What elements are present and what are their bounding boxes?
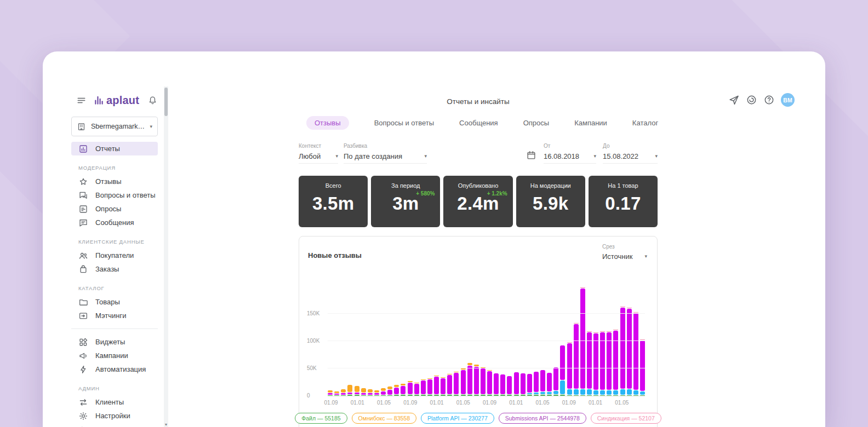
sidebar-item-qa[interactable]: Вопросы и ответы [71,188,158,202]
sidebar-item-campaign[interactable]: Кампании [71,349,158,362]
sidebar-item-label: Настройки [95,412,130,420]
calendar-icon[interactable] [526,150,536,160]
orders-icon [78,264,88,274]
voice-assistant-icon[interactable] [746,94,757,106]
bar [427,378,432,396]
legend-chip[interactable]: Синдикация — 52107 [591,413,661,424]
avatar[interactable]: BM [781,93,795,107]
bar-segment [328,393,333,395]
bar [521,373,526,396]
tab-3[interactable]: Опросы [523,116,549,130]
bar-segment [481,368,486,394]
bar [408,381,413,396]
legend-chip[interactable]: Файл — 55185 [295,413,347,424]
bar-segment [361,388,366,393]
x-axis-label: 01.09 [403,400,417,406]
bar-segment [547,373,552,391]
bar-segment [553,367,558,390]
chart-plot [328,286,645,396]
tab-2[interactable]: Сообщения [459,116,498,130]
bar [454,372,459,396]
context-select[interactable]: Любой ▾ [299,152,338,164]
bar [507,376,512,396]
date-to-select[interactable]: 15.08.2022 ▾ [603,152,658,164]
bell-icon[interactable] [147,95,158,106]
x-axis-labels: 01.0901.0101.0501.0901.0101.0501.0901.01… [328,400,645,407]
bar-segment [447,375,452,394]
bar-segment [633,312,638,313]
tab-1[interactable]: Вопросы и ответы [374,116,434,130]
slice-select[interactable]: Источник ▾ [602,252,647,261]
bar-segment [461,370,466,394]
tab-0[interactable]: Отзывы [306,116,349,130]
bar-segment [494,373,499,394]
bar [368,389,373,396]
sidebar-item-team[interactable]: Команды [71,423,158,427]
sidebar-item-message[interactable]: Сообщения [71,216,158,229]
chart-bars [328,286,645,396]
sidebar-item-gear[interactable]: Настройки [71,409,158,423]
date-from-select[interactable]: 16.08.2018 ▾ [544,152,596,164]
stat-card: На модерации5.9k [516,176,585,227]
breakdown-select[interactable]: По дате создания ▾ [344,152,427,164]
bar-segment [401,386,406,394]
team-icon [78,425,88,427]
bar-segment [527,374,532,393]
legend-chip[interactable]: Submissions API — 2544978 [499,413,586,424]
app-window: aplaut Sbermegamarket… ▾ ОтчетыМОДЕРАЦИЯ… [43,51,825,427]
legend-chip[interactable]: Platform API — 230277 [421,413,494,424]
bar-segment [593,395,598,396]
bar-segment [534,395,539,396]
bar-segment [434,376,439,376]
scrollbar-thumb[interactable] [164,88,168,116]
sidebar-item-label: Опросы [95,205,121,213]
tab-4[interactable]: Кампании [574,116,607,130]
bar-segment [441,377,446,378]
aplaut-logo[interactable]: aplaut [93,94,139,107]
scrollbar-down-arrow[interactable]: ▼ [164,423,168,426]
sidebar-item-orders[interactable]: Заказы [71,262,158,276]
sidebar-item-folder[interactable]: Товары [71,295,158,309]
bar [527,374,532,396]
bar-segment [593,333,598,390]
sidebar-item-people[interactable]: Покупатели [71,249,158,262]
bar-segment [361,395,366,396]
sidebar-item-widgets[interactable]: Виджеты [71,335,158,349]
sidebar-item-matching[interactable]: Мэтчинги [71,309,158,322]
legend-chip[interactable]: Омнибокс — 83558 [352,413,416,424]
help-icon[interactable] [763,94,775,106]
sidebar-item-star[interactable]: Отзывы [71,175,158,188]
stat-card: Всего3.5m [299,176,368,227]
bar [434,376,439,396]
sidebar-scrollbar[interactable]: ▼ [164,86,168,427]
x-axis-label: 01.05 [536,400,550,406]
org-selector[interactable]: Sbermegamarket… ▾ [71,117,158,136]
date-to-label: До [603,143,658,149]
bar-segment [560,345,565,380]
bar-segment [553,395,558,396]
sidebar-item-bolt[interactable]: Автоматизация [71,362,158,376]
sidebar-item-poll[interactable]: Опросы [71,202,158,216]
matching-icon [78,311,88,321]
tab-5[interactable]: Каталог [632,116,658,130]
bar [328,390,333,396]
bar-segment [361,393,366,395]
menu-icon[interactable] [76,95,87,106]
bar-segment [593,332,598,333]
tab-bar: ОтзывыВопросы и ответыСообщенияОпросыКам… [306,116,658,130]
bar-segment [534,393,539,394]
bar [500,374,505,396]
breakdown-select-group: Разбивка По дате создания ▾ [344,143,427,164]
bar [633,312,638,396]
y-axis-label: 0 [307,393,323,399]
bar-segment [441,378,446,394]
stat-delta: + 580% [416,191,435,197]
bar-segment [600,395,605,396]
sidebar-item-reports[interactable]: Отчеты [71,142,158,155]
bolt-icon [78,365,88,374]
paper-plane-icon[interactable] [728,94,740,106]
bar-segment [341,395,346,396]
chevron-down-icon: ▾ [644,254,647,259]
bar [334,391,339,396]
sidebar-item-compare[interactable]: Клиенты [71,395,158,409]
